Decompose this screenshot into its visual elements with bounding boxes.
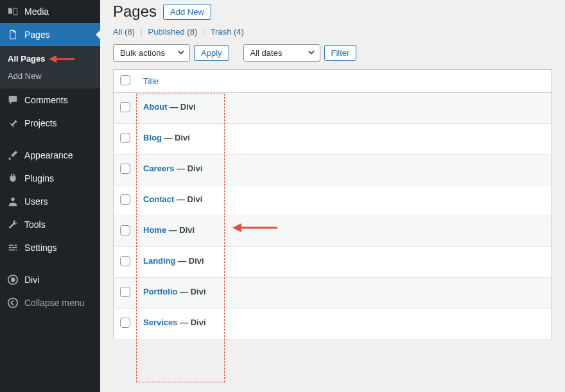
row-builder-suffix: — Divi	[166, 225, 195, 235]
pages-icon	[6, 28, 19, 41]
sidebar-label: Pages	[24, 30, 50, 40]
row-checkbox[interactable]	[120, 194, 130, 205]
row-title-link[interactable]: Services	[143, 318, 178, 327]
admin-sidebar: Media Pages All Pages Add New Comments P…	[0, 0, 100, 392]
sidebar-label: Plugins	[24, 173, 54, 183]
table-row: Landing — Divi	[114, 247, 552, 278]
sidebar-submenu-pages: All Pages Add New	[0, 46, 100, 89]
row-checkbox[interactable]	[120, 287, 130, 297]
column-title-link[interactable]: Title	[143, 76, 159, 86]
row-checkbox-cell	[114, 93, 137, 124]
view-trash-count: (4)	[234, 27, 244, 37]
sidebar-label: Comments	[24, 95, 68, 105]
table-row: Blog — Divi	[114, 124, 552, 155]
sidebar-item-settings[interactable]: Settings	[0, 236, 100, 259]
sidebar-item-collapse[interactable]: Collapse menu	[0, 291, 100, 314]
row-title-link[interactable]: Home	[143, 225, 166, 235]
row-checkbox-cell	[114, 278, 137, 309]
view-all-link[interactable]: All	[113, 27, 122, 37]
row-title-link[interactable]: Blog	[143, 133, 162, 142]
row-checkbox[interactable]	[120, 256, 130, 266]
collapse-icon	[6, 296, 19, 309]
row-builder-suffix: — Divi	[174, 164, 202, 173]
sidebar-item-comments[interactable]: Comments	[0, 89, 100, 112]
row-checkbox-cell	[114, 309, 137, 339]
table-row: About — Divi	[114, 93, 552, 124]
sidebar-sub-all-pages[interactable]: All Pages	[0, 50, 100, 67]
divi-icon	[6, 273, 19, 286]
bulk-actions-select[interactable]: Bulk actions	[113, 44, 190, 62]
row-title-link[interactable]: Landing	[143, 256, 176, 266]
separator: |	[200, 27, 208, 37]
table-row: Portfolio — Divi	[114, 278, 552, 309]
row-checkbox-cell	[114, 185, 137, 216]
sidebar-item-pages[interactable]: Pages	[0, 23, 100, 46]
main-content: Pages Add New All (8) | Published (8) | …	[100, 0, 565, 392]
row-title-cell: About — Divi	[137, 93, 552, 124]
sidebar-sub-add-new[interactable]: Add New	[0, 67, 100, 85]
sidebar-label: Media	[24, 6, 49, 17]
apply-button[interactable]: Apply	[194, 45, 229, 61]
comment-icon	[6, 94, 19, 107]
user-icon	[6, 195, 19, 208]
row-builder-suffix: — Divi	[178, 318, 206, 327]
view-published-link[interactable]: Published	[148, 27, 185, 37]
row-title-cell: Portfolio — Divi	[137, 278, 552, 309]
row-checkbox[interactable]	[120, 102, 130, 112]
view-filters: All (8) | Published (8) | Trash (4)	[113, 27, 552, 37]
row-title-cell: Landing — Divi	[137, 247, 552, 278]
sidebar-label: Appearance	[24, 150, 73, 160]
row-checkbox-cell	[114, 216, 137, 247]
row-title-cell: Home — Divi	[137, 216, 552, 247]
sidebar-item-users[interactable]: Users	[0, 190, 100, 213]
date-filter-select[interactable]: All dates	[243, 44, 320, 62]
view-published-count: (8)	[187, 27, 197, 37]
sidebar-label: Users	[24, 196, 48, 207]
sidebar-label: Divi	[24, 275, 39, 285]
row-title-link[interactable]: Careers	[143, 164, 174, 173]
row-builder-suffix: — Divi	[168, 102, 196, 112]
select-all-checkbox[interactable]	[120, 75, 130, 85]
view-all-count: (8)	[125, 27, 135, 37]
sidebar-label: Settings	[24, 243, 57, 253]
select-all-header	[114, 70, 137, 93]
row-checkbox-cell	[114, 247, 137, 278]
row-checkbox-cell	[114, 155, 137, 185]
wrench-icon	[6, 218, 19, 231]
svg-point-2	[8, 298, 17, 307]
sidebar-label: Collapse menu	[24, 298, 84, 308]
sidebar-label: Tools	[24, 219, 46, 230]
page-title: Pages	[113, 3, 157, 21]
sidebar-item-appearance[interactable]: Appearance	[0, 144, 100, 167]
table-row: Home — Divi	[114, 216, 552, 247]
brush-icon	[6, 149, 19, 162]
row-title-link[interactable]: Portfolio	[143, 287, 177, 296]
filter-button[interactable]: Filter	[324, 45, 357, 61]
sidebar-item-tools[interactable]: Tools	[0, 213, 100, 236]
sidebar-item-media[interactable]: Media	[0, 0, 100, 23]
separator: |	[137, 27, 146, 37]
row-title-link[interactable]: About	[143, 102, 168, 112]
add-new-button[interactable]: Add New	[163, 4, 211, 20]
row-title-link[interactable]: Contact	[143, 194, 174, 204]
sidebar-item-divi[interactable]: Divi	[0, 268, 100, 291]
row-checkbox[interactable]	[120, 318, 130, 328]
sidebar-label: Projects	[24, 118, 57, 128]
sliders-icon	[6, 241, 19, 254]
table-row: Careers — Divi	[114, 155, 552, 185]
row-checkbox[interactable]	[120, 225, 130, 235]
sidebar-item-projects[interactable]: Projects	[0, 112, 100, 135]
bulk-toolbar: Bulk actions Apply All dates Filter	[113, 44, 552, 62]
pages-table: Title About — DiviBlog — DiviCareers — D…	[113, 69, 552, 339]
pin-icon	[6, 117, 19, 130]
sidebar-item-plugins[interactable]: Plugins	[0, 167, 100, 190]
row-title-cell: Careers — Divi	[137, 155, 552, 185]
view-trash-link[interactable]: Trash	[211, 27, 232, 37]
row-checkbox[interactable]	[120, 164, 130, 174]
row-checkbox[interactable]	[120, 133, 130, 143]
plug-icon	[6, 172, 19, 185]
media-icon	[6, 5, 19, 18]
row-checkbox-cell	[114, 124, 137, 155]
svg-point-0	[11, 198, 14, 201]
column-header-title[interactable]: Title	[137, 70, 552, 93]
